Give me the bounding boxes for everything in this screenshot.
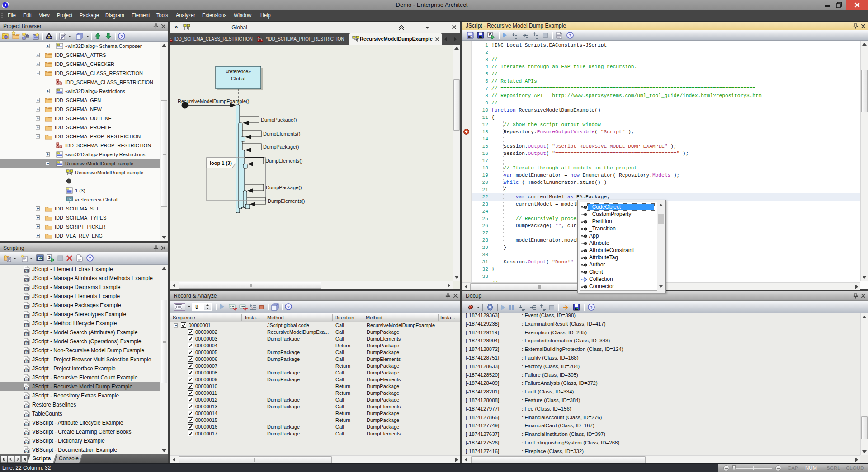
svg-text:«reference»: «reference» xyxy=(226,69,251,74)
svg-text:VB: VB xyxy=(25,432,28,435)
svg-text:JS: JS xyxy=(25,351,28,354)
svg-text:JS: JS xyxy=(25,333,28,336)
svg-text:JS: JS xyxy=(25,360,28,363)
svg-text:Global: Global xyxy=(231,76,245,81)
svg-text:?: ? xyxy=(89,256,91,261)
svg-text:JS: JS xyxy=(25,378,28,381)
svg-text:JS: JS xyxy=(25,306,28,308)
svg-text:VB: VB xyxy=(25,450,28,453)
svg-text:DumpPackage(): DumpPackage() xyxy=(266,185,302,190)
svg-text:JS: JS xyxy=(25,324,28,327)
svg-text:DumpPackage(): DumpPackage() xyxy=(263,144,299,150)
svg-text:JS: JS xyxy=(25,270,28,272)
svg-text:S: S xyxy=(48,255,51,260)
svg-text:JS: JS xyxy=(25,396,28,399)
svg-text:DumpElements(): DumpElements() xyxy=(268,198,305,204)
svg-text:loop 1 (3): loop 1 (3) xyxy=(210,160,232,166)
svg-text:JS: JS xyxy=(25,342,28,345)
svg-text:JS: JS xyxy=(25,414,28,417)
svg-text:JS: JS xyxy=(25,315,28,318)
svg-text:DumpElements(): DumpElements() xyxy=(263,131,301,136)
svg-text:?: ? xyxy=(590,305,593,310)
svg-text:DumpPackage(): DumpPackage() xyxy=(261,117,297,122)
svg-text:JS: JS xyxy=(25,279,28,281)
svg-text:RecursiveModelDumpExample(): RecursiveModelDumpExample() xyxy=(178,98,249,104)
svg-text:JS: JS xyxy=(25,288,28,290)
svg-text:VB: VB xyxy=(25,423,28,426)
svg-text:JS: JS xyxy=(25,369,28,372)
svg-text:?: ? xyxy=(569,33,571,38)
svg-text:JS: JS xyxy=(25,387,28,390)
svg-text:JS: JS xyxy=(25,405,28,408)
svg-text:?: ? xyxy=(120,34,123,39)
svg-text:S: S xyxy=(489,33,491,37)
svg-text:DumpElements(): DumpElements() xyxy=(265,158,303,164)
svg-text:JS: JS xyxy=(25,297,28,299)
svg-text:VB: VB xyxy=(25,441,28,444)
svg-text:?: ? xyxy=(287,304,290,309)
